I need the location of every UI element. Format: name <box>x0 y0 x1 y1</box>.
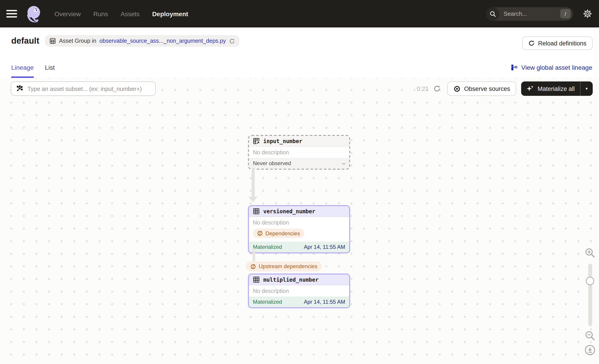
view-global-asset-lineage-link[interactable]: View global asset lineage <box>511 64 592 71</box>
reload-location-icon[interactable] <box>229 38 235 44</box>
materialize-all-button-group: Materialize all ▾ <box>521 81 593 96</box>
download-image-icon[interactable] <box>584 344 596 356</box>
asset-status: Materialized <box>253 299 282 305</box>
asset-group-label: Asset Group in <box>59 38 96 44</box>
refresh-icon <box>528 40 534 46</box>
octopus-logo-icon <box>25 5 43 23</box>
materialize-all-label: Materialize all <box>537 85 575 92</box>
zoom-controls <box>583 247 597 356</box>
search-shortcut-badge: / <box>560 9 571 18</box>
gear-icon[interactable] <box>583 9 592 18</box>
asset-description: No description <box>249 285 349 296</box>
asset-group-icon <box>50 38 56 44</box>
asset-node-header: multiplied_number <box>249 275 349 285</box>
nav-item-runs[interactable]: Runs <box>93 10 108 17</box>
asset-tag-row: Dependencies <box>249 228 349 242</box>
search-icon <box>486 7 500 20</box>
asset-status-timestamp[interactable]: Apr 14, 11:55 AM <box>304 244 345 250</box>
caret-down-icon: ▾ <box>585 87 588 91</box>
edge-input-to-versioned <box>248 168 257 204</box>
dependencies-tag-label: Dependencies <box>265 230 300 236</box>
asset-description: No description <box>249 217 349 228</box>
nav-item-deployment[interactable]: Deployment <box>152 10 188 17</box>
lineage-toolbar-right: 0:21 Observe sources <box>417 81 593 96</box>
asset-name: versioned_number <box>263 208 315 214</box>
search-placeholder: Search... <box>504 10 560 17</box>
title-row: default Asset Group in observable_source… <box>11 35 239 47</box>
asset-status-row: Materialized Apr 14, 11:55 AM <box>249 296 349 307</box>
table-icon <box>253 208 260 215</box>
asset-node-multiplied-number[interactable]: multiplied_number No description Materia… <box>248 274 350 308</box>
zoom-slider-track[interactable] <box>588 264 592 326</box>
asset-description: No description <box>249 147 349 158</box>
tabs: Lineage List <box>11 64 55 78</box>
asset-name: input_number <box>263 138 302 144</box>
asset-status-value: – <box>342 160 345 166</box>
zoom-in-icon[interactable] <box>584 247 596 259</box>
top-nav-bar: Overview Runs Assets Deployment Search..… <box>0 0 599 27</box>
asset-name: multiplied_number <box>263 277 319 283</box>
refresh-timer: 0:21 <box>417 85 429 92</box>
sync-alert-icon <box>257 230 263 236</box>
reload-definitions-label: Reload definitions <box>538 40 586 47</box>
nav-item-assets[interactable]: Assets <box>121 10 140 17</box>
upstream-dependencies-label: Upstream dependencies <box>259 263 317 269</box>
sparkle-icon <box>527 85 534 92</box>
asset-status: Materialized <box>253 244 282 250</box>
materialize-options-caret[interactable]: ▾ <box>581 81 593 96</box>
search-input[interactable]: Search... / <box>486 7 573 20</box>
reload-definitions-button[interactable]: Reload definitions <box>522 36 593 50</box>
dagster-logo[interactable] <box>25 5 43 23</box>
materialize-all-button[interactable]: Materialize all <box>521 81 580 96</box>
asset-subset-field[interactable] <box>11 81 156 96</box>
asset-node-header: versioned_number <box>249 206 349 217</box>
view-global-asset-lineage-label: View global asset lineage <box>521 64 592 71</box>
asset-group-pill: Asset Group in observable_source_ass..._… <box>45 35 239 47</box>
lineage-graph-icon <box>511 64 518 71</box>
refresh-graph-icon[interactable] <box>434 85 441 92</box>
table-icon <box>253 276 260 283</box>
menu-icon[interactable] <box>6 10 17 17</box>
source-asset-icon <box>253 138 260 144</box>
edge-versioned-to-multiplied <box>253 248 255 263</box>
page-title: default <box>11 36 39 46</box>
observe-sources-label: Observe sources <box>464 85 510 92</box>
page-header: default Asset Group in observable_source… <box>0 27 599 78</box>
asset-subset-input[interactable] <box>26 85 151 93</box>
sync-alert-icon <box>250 263 256 269</box>
zoom-out-icon[interactable] <box>584 330 596 341</box>
asset-status: Never observed <box>253 160 291 166</box>
upstream-dependencies-tag[interactable]: Upstream dependencies <box>246 261 322 271</box>
asset-group-file-link[interactable]: observable_source_ass..._non_argument_de… <box>99 38 226 44</box>
lineage-canvas[interactable]: 0:21 Observe sources <box>0 78 599 364</box>
dagster-app: Overview Runs Assets Deployment Search..… <box>0 0 599 364</box>
nav-links: Overview Runs Assets Deployment <box>54 10 188 17</box>
observe-sources-button[interactable]: Observe sources <box>448 81 516 96</box>
asset-node-header: input_number <box>249 136 349 147</box>
asset-status-row: Materialized Apr 14, 11:55 AM <box>249 242 349 252</box>
dependencies-tag[interactable]: Dependencies <box>253 229 304 238</box>
tab-lineage[interactable]: Lineage <box>11 64 34 78</box>
tab-list[interactable]: List <box>45 64 55 78</box>
asset-node-versioned-number[interactable]: versioned_number No description <box>248 205 350 253</box>
eye-icon <box>454 85 461 92</box>
asset-node-input-number[interactable]: input_number No description Never observ… <box>248 135 350 170</box>
nav-item-overview[interactable]: Overview <box>54 10 81 17</box>
asset-selector-icon <box>16 85 23 92</box>
zoom-slider-knob[interactable] <box>586 277 594 285</box>
asset-status-timestamp[interactable]: Apr 14, 11:55 AM <box>304 299 345 305</box>
asset-status-row: Never observed – <box>249 158 349 169</box>
